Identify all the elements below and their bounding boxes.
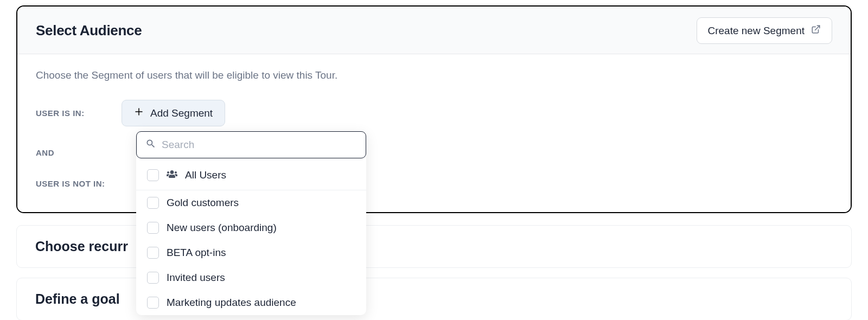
user-is-not-in-label: USER IS NOT IN: — [36, 179, 122, 188]
add-segment-button[interactable]: Add Segment — [122, 100, 225, 126]
checkbox[interactable] — [147, 197, 159, 209]
plus-icon — [134, 107, 144, 119]
option-label: Marketing updates audience — [167, 297, 296, 309]
card-header: Select Audience Create new Segment — [17, 7, 851, 54]
checkbox[interactable] — [147, 297, 159, 309]
option-label: Gold customers — [167, 197, 239, 209]
add-segment-label: Add Segment — [150, 107, 213, 119]
segment-dropdown: All Users Gold customers New users (onbo… — [136, 131, 366, 315]
create-segment-label: Create new Segment — [708, 25, 805, 37]
search-box[interactable] — [136, 131, 366, 158]
user-is-in-row: USER IS IN: Add Segment — [36, 100, 832, 126]
checkbox[interactable] — [147, 222, 159, 234]
search-icon — [145, 138, 156, 151]
helper-text: Choose the Segment of users that will be… — [36, 69, 832, 81]
checkbox[interactable] — [147, 247, 159, 259]
search-input[interactable] — [162, 139, 357, 151]
checkbox[interactable] — [147, 169, 159, 181]
checkbox[interactable] — [147, 272, 159, 284]
and-label: AND — [36, 148, 122, 157]
external-link-icon — [811, 24, 821, 37]
svg-line-0 — [815, 25, 820, 30]
segment-option[interactable]: Gold customers — [136, 190, 366, 215]
users-icon — [167, 169, 177, 181]
option-label: New users (onboarding) — [167, 222, 277, 234]
segment-option[interactable]: Marketing updates audience — [136, 290, 366, 315]
option-label: All Users — [185, 169, 226, 181]
segment-option[interactable]: Invited users — [136, 265, 366, 290]
segment-options: All Users Gold customers New users (onbo… — [136, 158, 366, 315]
option-label: BETA opt-ins — [167, 247, 226, 259]
segment-option[interactable]: New users (onboarding) — [136, 215, 366, 240]
user-is-in-label: USER IS IN: — [36, 108, 122, 118]
segment-option[interactable]: BETA opt-ins — [136, 240, 366, 265]
option-label: Invited users — [167, 272, 225, 284]
create-segment-button[interactable]: Create new Segment — [697, 17, 833, 44]
segment-option[interactable]: All Users — [136, 158, 366, 190]
card-title: Select Audience — [36, 22, 142, 39]
